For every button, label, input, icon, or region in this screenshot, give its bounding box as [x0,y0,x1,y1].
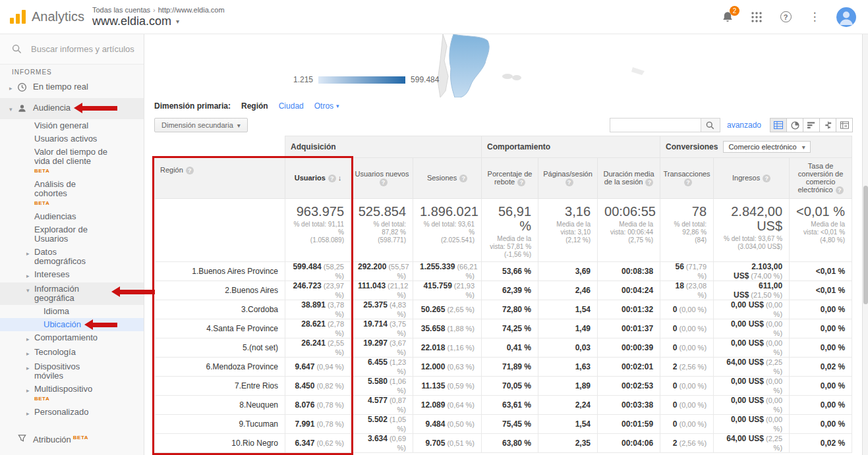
dimension-ciudad[interactable]: Ciudad [279,101,304,111]
sidebar-item-atribucion[interactable]: AtribuciónBETA [0,428,144,450]
sidebar-item-personalizado[interactable]: ▸Personalizado [0,406,144,420]
help-icon[interactable]: ? [684,178,692,186]
dimension-otros[interactable]: Otros▾ [314,101,339,111]
account-selector[interactable]: www.eldia.com ▾ [92,14,225,28]
table-row[interactable]: 4.Santa Fe Province28.621(2,78 %)19.714(… [155,319,852,338]
performance-view-button[interactable] [803,118,820,132]
pivot-view-button[interactable] [836,118,853,132]
sidebar-item-comportamiento[interactable]: ▸Comportamiento [0,331,144,346]
sidebar-item-en-tiempo-real[interactable]: ▸En tiempo real [0,77,144,98]
dimension-region[interactable]: Región [241,101,268,111]
column-header-paginas-sesion[interactable]: Páginas/sesión? [538,158,598,199]
table-row[interactable]: 6.Mendoza Province9.647(0,94 %)6.455(1,2… [155,358,852,377]
analytics-logo[interactable]: Analytics [0,9,84,25]
help-icon[interactable]: ? [565,178,573,186]
ecommerce-type-select[interactable]: Comercio electrónico▾ [723,141,810,153]
caret-spacer [36,320,43,321]
table-row[interactable]: 2.Buenos Aires246.723(23,97 %)111.043(21… [155,281,852,300]
help-icon[interactable]: ? [328,174,336,182]
secondary-dimension-button[interactable]: Dimensión secundaria ▾ [154,118,248,132]
sidebar-item-usuarios-activos[interactable]: Usuarios activos [0,132,144,146]
more-options-button[interactable]: ⋮ [807,10,822,24]
column-header-region[interactable]: Región? [155,158,285,199]
notifications-bell-icon[interactable]: 2 [720,10,735,24]
breadcrumb[interactable]: Todas las cuentas›http://www.eldia.com [92,6,225,14]
scrollbar-thumb[interactable] [863,186,868,304]
scrollbar[interactable] [862,34,868,455]
metric-cell-duracion-media-de-la-sesion: 00:02:53 [598,377,660,396]
sidebar-item-tecnologia[interactable]: ▸Tecnología [0,346,144,360]
metric-cell-sesiones: 22.018(1,16 %) [413,338,482,358]
help-icon[interactable]: ? [186,167,194,174]
sidebar-item-label: Audiencia [33,103,71,113]
help-icon[interactable]: ? [459,174,467,182]
breadcrumb-accounts[interactable]: Todas las cuentas [92,6,150,14]
table-row[interactable]: 1.Buenos Aires Province599.484(58,25 %)2… [155,262,852,281]
column-header-transacciones[interactable]: Transacciones? [660,158,714,199]
help-icon[interactable]: ? [380,178,388,186]
help-icon[interactable]: ? [836,186,844,194]
column-header-porcentaje-de-rebote[interactable]: Porcentaje de rebote? [482,158,538,199]
comparison-view-button[interactable] [819,118,836,132]
avatar[interactable] [836,7,856,27]
sidebar-item-ubicacion[interactable]: Ubicación [0,318,144,331]
metric-cell-porcentaje-de-rebote: 70,05 % [482,377,538,396]
geo-map-region[interactable]: 1.215 599.484 [145,34,862,97]
account-block: Todas las cuentas›http://www.eldia.com w… [92,6,225,28]
sidebar-search[interactable] [0,34,144,65]
sort-desc-icon[interactable]: ↓ [338,174,342,182]
help-icon[interactable]: ? [517,178,525,186]
region-cell: 5.(not set) [155,338,285,358]
help-button[interactable]: ? [778,10,793,24]
sidebar-item-audiencias[interactable]: Audiencias [0,210,144,223]
column-header-usuarios-nuevos[interactable]: Usuarios nuevos? [351,158,413,199]
metric-cell-duracion-media-de-la-sesion: 00:01:59 [598,415,660,434]
help-icon[interactable]: ? [645,178,653,186]
metric-cell-transacciones: 0(0,00 %) [660,377,714,396]
sidebar-item-datos-demograficos[interactable]: ▸Datos demográficos [0,246,144,268]
column-header-duracion-media-de-la-sesion[interactable]: Duración media de la sesión? [598,158,660,199]
table-row[interactable]: 9.Tucuman7.991(0,78 %)5.502(1,05 %)9.484… [155,415,852,434]
search-icon [706,121,714,130]
sidebar-item-analisis-de-cohortes[interactable]: Análisis de cohortesBETA [0,178,144,210]
sidebar-item-idioma[interactable]: Idioma [0,305,144,318]
help-icon[interactable]: ? [763,174,770,182]
table-search-button[interactable] [701,118,720,132]
table-view-button[interactable] [770,118,787,132]
apps-grid-icon[interactable] [749,10,764,24]
metric-cell-ingresos: 0,00 US$(0,00 %) [714,415,790,434]
search-input[interactable] [30,43,136,55]
column-header-sesiones[interactable]: Sesiones? [413,158,482,199]
table-row[interactable]: 10.Rio Negro6.347(0,62 %)3.634(0,69 %)9.… [155,434,852,453]
sidebar-item-informacion-geografica[interactable]: ▾Información geográfica [0,282,144,305]
advanced-link[interactable]: avanzado [727,120,761,130]
sidebar-item-intereses[interactable]: ▸Intereses [0,268,144,282]
column-header-ingresos[interactable]: Ingresos? [714,158,790,199]
table-row[interactable]: 3.Cordoba38.891(3,78 %)25.375(4,83 %)50.… [155,300,852,319]
metric-cell-duracion-media-de-la-sesion: 00:00:39 [598,338,660,358]
metric-cell-sesiones: 9.705(0,51 %) [413,434,482,453]
table-search-input[interactable] [610,118,701,132]
sidebar-item-valor-del-tiempo-de-vida-del-cliente[interactable]: Valor del tiempo de vida del clienteBETA [0,146,144,178]
summary-transacciones: 78% del total: 92,86 %(84) [660,199,714,262]
table-row[interactable]: 7.Entre Rios8.450(0,82 %)5.580(1,06 %)11… [155,377,852,396]
sidebar-item-descubrir[interactable]: Descubrir [0,450,144,455]
table-row[interactable]: 8.Neuquen8.076(0,78 %)4.577(0,87 %)12.08… [155,396,852,415]
metric-cell-usuarios: 28.621(2,78 %) [285,319,351,338]
column-header-tasa-de-conversion-de-comercio-electronico[interactable]: Tasa de conversión de comercio electróni… [790,158,852,199]
sidebar-item-dispositivos-moviles[interactable]: ▸Dispositivos móviles [0,360,144,383]
sidebar-item-label: Información geográfica [34,284,108,303]
header-icons: 2 ? ⋮ [720,7,868,27]
percentage-view-button[interactable] [786,118,803,132]
sidebar-item-multidispositivo[interactable]: ▸MultidispositivoBETA [0,383,144,406]
chevron-down-icon: ▾ [9,103,17,114]
breadcrumb-property[interactable]: http://www.eldia.com [158,6,225,14]
metric-cell-sesiones: 1.255.339(66,21 %) [413,262,482,281]
sidebar-item-vision-general[interactable]: Visión general [0,119,144,132]
sidebar-item-explorador-de-usuarios[interactable]: Explorador de Usuarios [0,223,144,246]
metric-cell-sesiones: 50.265(2,65 %) [413,300,482,319]
column-header-usuarios[interactable]: Usuarios?↓ [285,158,351,199]
table-row[interactable]: 5.(not set)26.241(2,55 %)19.297(3,67 %)2… [155,338,852,358]
sidebar-item-audiencia[interactable]: ▾Audiencia [0,98,144,119]
sidebar-item-label: Explorador de Usuarios [34,225,108,244]
